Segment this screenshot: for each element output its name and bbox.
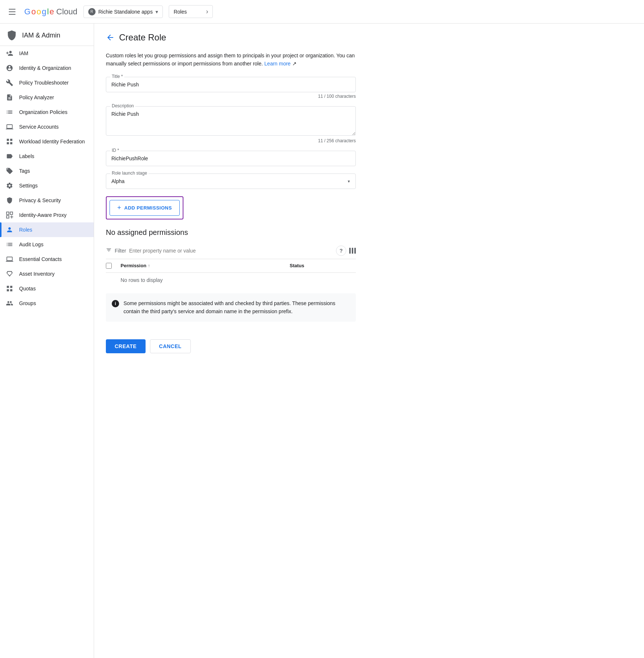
project-name: Richie Standalone apps — [99, 9, 153, 15]
page-header: Create Role — [106, 32, 632, 43]
add-permissions-button[interactable]: + ADD PERMISSIONS — [110, 200, 180, 216]
sidebar-item-settings-label: Settings — [19, 183, 38, 189]
topbar: Google Cloud R Richie Standalone apps ▾ … — [0, 0, 644, 24]
sort-arrow-icon: ↑ — [148, 263, 150, 268]
group-icon — [6, 300, 13, 307]
sidebar-item-tags[interactable]: Tags — [0, 164, 94, 178]
sidebar-item-workload-identity[interactable]: Workload Identity Federation — [0, 134, 94, 149]
sidebar-item-policy-troubleshooter[interactable]: Policy Troubleshooter — [0, 75, 94, 90]
description-field-group: Description 11 / 256 characters — [106, 106, 356, 143]
id-label: ID — [110, 148, 121, 153]
filter-label: Filter — [115, 248, 126, 254]
grid-icon — [6, 138, 13, 145]
plus-icon: + — [117, 204, 121, 212]
add-permissions-container: + ADD PERMISSIONS — [106, 196, 183, 219]
list2-icon — [6, 241, 13, 248]
select-all-checkbox[interactable] — [106, 263, 112, 269]
info-icon: i — [112, 300, 119, 307]
permissions-section: No assigned permissions Filter ? — [106, 228, 356, 322]
sidebar-item-privacy-security-label: Privacy & Security — [19, 197, 61, 203]
doc-icon — [6, 94, 13, 101]
sidebar-item-iam[interactable]: IAM — [0, 46, 94, 61]
sidebar-item-tags-label: Tags — [19, 168, 30, 174]
table-header: Permission ↑ Status — [106, 259, 356, 273]
id-field-group: ID — [106, 151, 356, 166]
google-logo: Google Cloud — [24, 7, 78, 17]
project-selector[interactable]: R Richie Standalone apps ▾ — [83, 6, 163, 18]
tag-icon — [6, 167, 13, 175]
page-title: Create Role — [119, 32, 166, 43]
form-section: Custom roles let you group permissions a… — [106, 51, 356, 353]
sidebar-item-identity-org[interactable]: Identity & Organization — [0, 61, 94, 75]
breadcrumb-chevron: › — [206, 8, 208, 15]
sidebar-item-labels[interactable]: Labels — [0, 149, 94, 164]
sidebar-item-identity-org-label: Identity & Organization — [19, 65, 71, 71]
monitor-icon — [6, 123, 13, 130]
title-label: Title — [110, 74, 124, 79]
sidebar-item-groups-label: Groups — [19, 300, 36, 306]
project-avatar: R — [88, 8, 96, 15]
main-layout: IAM & Admin IAM Identity & Organization … — [0, 24, 644, 658]
no-rows-message: No rows to display — [106, 273, 356, 287]
launch-stage-select[interactable]: Alpha Beta GA Deprecated Disabled EAP — [106, 174, 356, 189]
iam-admin-icon — [6, 29, 18, 41]
monitor2-icon — [6, 255, 13, 263]
sidebar-item-essential-contacts-label: Essential Contacts — [19, 256, 62, 262]
sidebar-item-essential-contacts[interactable]: Essential Contacts — [0, 252, 94, 267]
sidebar-item-iap[interactable]: Identity-Aware Proxy — [0, 208, 94, 222]
create-button[interactable]: CREATE — [106, 339, 146, 353]
sidebar-header: IAM & Admin — [0, 24, 94, 46]
info-text: Some permissions might be associated wit… — [124, 299, 350, 316]
sidebar-item-privacy-security[interactable]: Privacy & Security — [0, 193, 94, 208]
label-icon — [6, 153, 13, 160]
sidebar-item-org-policies[interactable]: Organization Policies — [0, 105, 94, 119]
diamond-icon — [6, 270, 13, 278]
filter-bar: Filter ? — [106, 243, 356, 259]
description-textarea[interactable] — [106, 106, 356, 136]
gear-icon — [6, 182, 13, 189]
grid2-icon — [6, 211, 13, 219]
sidebar: IAM & Admin IAM Identity & Organization … — [0, 24, 94, 658]
menu-button[interactable] — [6, 6, 18, 18]
sidebar-item-service-accounts[interactable]: Service Accounts — [0, 119, 94, 134]
person-add-icon — [6, 50, 13, 57]
sidebar-item-workload-identity-label: Workload Identity Federation — [19, 139, 85, 144]
sidebar-item-service-accounts-label: Service Accounts — [19, 124, 58, 130]
sidebar-item-quotas-label: Quotas — [19, 286, 36, 292]
cancel-button[interactable]: CANCEL — [150, 339, 191, 353]
description-label: Description — [110, 103, 135, 108]
sidebar-item-roles-label: Roles — [19, 227, 32, 233]
person-circle-icon — [6, 64, 13, 72]
description-text: Custom roles let you group permissions a… — [106, 51, 356, 68]
sidebar-item-quotas[interactable]: Quotas — [0, 281, 94, 296]
permission-column-header[interactable]: Permission ↑ — [121, 263, 290, 268]
columns-toggle-button[interactable] — [349, 248, 356, 254]
title-field-group: Title 11 / 100 characters — [106, 77, 356, 99]
sidebar-title: IAM & Admin — [22, 32, 60, 39]
sidebar-item-iap-label: Identity-Aware Proxy — [19, 212, 67, 218]
description-char-count: 11 / 256 characters — [106, 138, 356, 143]
sidebar-item-policy-analyzer-label: Policy Analyzer — [19, 94, 54, 100]
no-permissions-title: No assigned permissions — [106, 228, 356, 237]
grid3-icon — [6, 285, 13, 292]
launch-stage-field-group: Role launch stage Alpha Beta GA Deprecat… — [106, 174, 356, 189]
back-button[interactable] — [106, 33, 115, 42]
sidebar-item-policy-troubleshooter-label: Policy Troubleshooter — [19, 80, 69, 86]
sidebar-item-roles[interactable]: Roles — [0, 222, 94, 237]
sidebar-item-groups[interactable]: Groups — [0, 296, 94, 311]
learn-more-link[interactable]: Learn more — [264, 61, 291, 67]
project-dropdown-arrow: ▾ — [155, 9, 158, 15]
sidebar-item-asset-inventory[interactable]: Asset Inventory — [0, 267, 94, 281]
id-input[interactable] — [106, 151, 356, 166]
title-char-count: 11 / 100 characters — [106, 94, 356, 99]
title-input[interactable] — [106, 77, 356, 92]
sidebar-item-asset-inventory-label: Asset Inventory — [19, 271, 55, 277]
sidebar-item-audit-logs[interactable]: Audit Logs — [0, 237, 94, 252]
filter-input[interactable] — [129, 248, 333, 254]
list-icon — [6, 108, 13, 116]
sidebar-item-settings[interactable]: Settings — [0, 178, 94, 193]
filter-help-button[interactable]: ? — [336, 246, 346, 256]
select-all-checkbox-wrapper[interactable] — [106, 263, 121, 269]
sidebar-item-policy-analyzer[interactable]: Policy Analyzer — [0, 90, 94, 105]
filter-icon — [106, 247, 112, 254]
